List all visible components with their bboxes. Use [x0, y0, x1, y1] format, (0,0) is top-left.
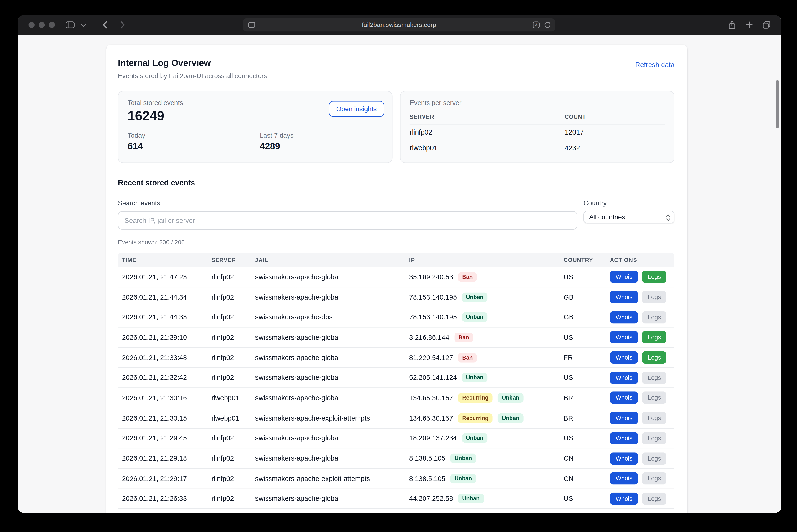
last7-value: 4289 [260, 141, 294, 152]
close-window-button[interactable] [29, 22, 35, 28]
today-stat: Today 614 [127, 131, 259, 152]
logs-button[interactable]: Logs [642, 311, 666, 323]
total-events-card: Total stored events 16249 Open insights … [118, 91, 393, 163]
logs-button[interactable]: Logs [642, 372, 666, 384]
search-input[interactable] [118, 211, 578, 230]
whois-button[interactable]: Whois [610, 311, 638, 323]
reload-icon[interactable] [544, 18, 551, 32]
address-bar[interactable]: fail2ban.swissmakers.corp A [243, 18, 555, 32]
events-shown-count: Events shown: 200 / 200 [118, 239, 674, 246]
server-count: 12017 [565, 128, 665, 136]
event-ip: 3.216.86.144 [409, 334, 449, 341]
event-actions: WhoisLogs [606, 492, 674, 505]
refresh-data-link[interactable]: Refresh data [635, 61, 674, 69]
per-server-rows: rlinfp0212017rlwebp014232 [410, 125, 665, 155]
zoom-window-button[interactable] [49, 22, 55, 28]
search-events-label: Search events [118, 199, 160, 207]
back-button[interactable] [103, 21, 107, 28]
whois-button[interactable]: Whois [610, 352, 638, 364]
minimize-window-button[interactable] [39, 22, 45, 28]
ban-badge: Ban [458, 272, 477, 282]
event-row: 2026.01.21, 21:29:45rlinfp02swissmakers-… [118, 429, 674, 449]
event-jail: swissmakers-apache-global [251, 434, 405, 442]
event-ip-cell: 8.138.5.105Unban [405, 474, 560, 483]
logs-button[interactable]: Logs [642, 473, 666, 484]
whois-button[interactable]: Whois [610, 291, 638, 303]
event-time: 2026.01.21, 21:33:48 [118, 354, 207, 361]
event-jail: swissmakers-apache-global [251, 273, 405, 281]
sidebar-toggle-icon[interactable] [66, 21, 75, 28]
event-ip: 8.138.5.105 [409, 475, 446, 482]
ban-badge: Ban [454, 333, 473, 342]
event-time: 2026.01.21, 21:32:42 [118, 374, 207, 381]
event-country: FR [560, 354, 606, 361]
browser-titlebar: fail2ban.swissmakers.corp A [18, 15, 781, 35]
logs-button[interactable]: Logs [642, 412, 666, 424]
event-country: BR [560, 414, 606, 422]
share-icon[interactable] [728, 20, 736, 29]
page-title: Internal Log Overview [118, 58, 269, 69]
event-time: 2026.01.21, 21:44:34 [118, 293, 207, 301]
event-row: 2026.01.21, 21:30:15rlwebp01swissmakers-… [118, 408, 674, 429]
logs-button[interactable]: Logs [642, 432, 666, 444]
logs-button[interactable]: Logs [642, 352, 666, 364]
whois-button[interactable]: Whois [610, 452, 638, 464]
event-server: rlinfp02 [207, 273, 251, 281]
event-ip-cell: 35.169.240.53Ban [405, 272, 560, 282]
ban-badge: Ban [458, 353, 477, 362]
last7-label: Last 7 days [260, 131, 294, 139]
whois-button[interactable]: Whois [610, 372, 638, 384]
events-table: TIME SERVER JAIL IP COUNTRY ACTIONS 2026… [118, 253, 674, 513]
event-ip: 134.65.30.157 [409, 394, 453, 402]
event-jail: swissmakers-apache-global [251, 334, 405, 341]
event-country: US [560, 374, 606, 381]
event-jail: swissmakers-apache-exploit-attempts [251, 414, 405, 422]
logs-button[interactable]: Logs [642, 271, 666, 283]
logs-button[interactable]: Logs [642, 392, 666, 404]
chevron-down-icon[interactable] [81, 24, 86, 27]
page-format-icon[interactable] [248, 18, 255, 32]
filters-row: Search events Country All countries [118, 198, 674, 232]
translate-icon[interactable]: A [533, 18, 540, 32]
logs-button[interactable]: Logs [642, 291, 666, 303]
browser-window: fail2ban.swissmakers.corp A [18, 15, 781, 513]
event-actions: WhoisLogs [606, 372, 674, 384]
events-table-body: 2026.01.21, 21:47:23rlinfp02swissmakers-… [118, 267, 674, 513]
forward-button[interactable] [120, 21, 125, 28]
whois-button[interactable]: Whois [610, 432, 638, 444]
unban-badge: Unban [498, 413, 523, 423]
unban-badge: Unban [462, 312, 487, 322]
recurring-badge: Recurring [458, 393, 493, 403]
logs-button[interactable]: Logs [642, 452, 666, 464]
event-jail: swissmakers-apache-global [251, 374, 405, 381]
country-filter: Country All countries [583, 198, 674, 224]
whois-button[interactable]: Whois [610, 271, 638, 283]
country-select[interactable]: All countries [583, 211, 674, 223]
event-actions: WhoisLogs [606, 311, 674, 323]
open-insights-button[interactable]: Open insights [329, 101, 384, 117]
scrollbar-thumb[interactable] [776, 80, 779, 128]
event-time: 2026.01.21, 21:29:18 [118, 455, 207, 462]
event-server: rlinfp02 [207, 475, 251, 482]
whois-button[interactable]: Whois [610, 331, 638, 343]
logs-button[interactable]: Logs [642, 492, 666, 505]
unban-badge: Unban [498, 393, 523, 403]
page-content: Internal Log Overview Events stored by F… [18, 35, 781, 513]
ip-column-header: IP [405, 257, 560, 263]
whois-button[interactable]: Whois [610, 473, 638, 484]
event-actions: WhoisLogs [606, 331, 674, 343]
page-subtitle: Events stored by Fail2ban-UI across all … [118, 72, 269, 80]
event-jail: swissmakers-apache-global [251, 495, 405, 502]
whois-button[interactable]: Whois [610, 513, 638, 513]
logs-button[interactable]: Logs [642, 513, 666, 513]
whois-button[interactable]: Whois [610, 492, 638, 505]
event-row: 2026.01.21, 21:44:33rlinfp02swissmakers-… [118, 307, 674, 328]
event-ip-cell: 18.209.137.234Unban [405, 433, 560, 443]
event-jail: swissmakers-apache-global [251, 354, 405, 361]
new-tab-icon[interactable] [746, 21, 754, 28]
logs-button[interactable]: Logs [642, 331, 666, 343]
whois-button[interactable]: Whois [610, 392, 638, 404]
tab-overview-icon[interactable] [762, 21, 771, 29]
whois-button[interactable]: Whois [610, 412, 638, 424]
event-row: 2026.01.21, 21:26:33rlinfp02swissmakers-… [118, 489, 674, 509]
